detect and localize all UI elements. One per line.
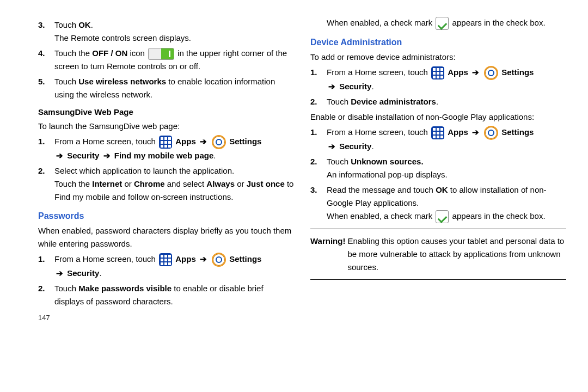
devadmin-steps: 1. From a Home screen, touch Apps ➔ Sett… — [310, 66, 566, 108]
passwords-intro: When enabled, password characters displa… — [38, 224, 294, 250]
arrow-icon: ➔ — [56, 268, 63, 278]
step-text: Touch Make passwords visible to enable o… — [54, 284, 264, 306]
settings-icon — [484, 66, 498, 80]
settings-icon — [212, 135, 226, 149]
step-sub: When enabled, a check mark appears in th… — [327, 211, 546, 220]
passwords-heading: Passwords — [38, 209, 294, 223]
check-note: When enabled, a check mark appears in th… — [310, 16, 566, 30]
arrow-icon: ➔ — [472, 127, 479, 137]
arrow-icon: ➔ — [200, 137, 207, 146]
device-admin-heading: Device Administration — [310, 35, 566, 50]
arrow-icon: ➔ — [103, 151, 111, 160]
step-number: 3. — [38, 19, 45, 32]
list-item: 1. From a Home screen, touch Apps ➔ Sett… — [327, 66, 566, 93]
step-text: From a Home screen, touch Apps ➔ Setting… — [327, 127, 534, 151]
step-text: From a Home screen, touch Apps ➔ Setting… — [54, 254, 261, 278]
apps-icon — [431, 126, 444, 139]
arrow-icon: ➔ — [328, 82, 335, 91]
list-item: 3. Read the message and touch OK to allo… — [327, 183, 566, 223]
device-admin-intro: To add or remove device administrators: — [310, 51, 566, 64]
divider — [310, 229, 566, 229]
check-icon — [436, 210, 449, 223]
list-item: 1. From a Home screen, touch Apps ➔ Sett… — [54, 253, 294, 280]
apps-icon — [431, 66, 444, 79]
apps-icon — [159, 136, 172, 149]
arrow-icon: ➔ — [472, 68, 479, 77]
step-text: Touch the OFF / ON icon in the upper rig… — [54, 48, 287, 71]
step-number: 2. — [310, 155, 317, 168]
list-item: 2. Touch Unknown sources. An information… — [327, 155, 566, 181]
warning-label: Warning! — [310, 235, 345, 274]
step-text: Touch OK. — [54, 20, 93, 29]
step-number: 4. — [38, 47, 45, 60]
apps-icon — [159, 253, 172, 266]
list-item: 2. Touch Device administrators. — [327, 95, 566, 108]
toggle-icon — [148, 48, 174, 60]
list-item: 5. Touch Use wireless networks to enable… — [54, 75, 294, 101]
devadmin-steps-2: 1. From a Home screen, touch Apps ➔ Sett… — [310, 126, 566, 223]
top-steps-list: 3. Touch OK. The Remote controls screen … — [38, 19, 294, 101]
step-number: 1. — [310, 66, 317, 79]
step-sub: The Remote controls screen displays. — [54, 33, 191, 42]
step-text: Touch Use wireless networks to enable lo… — [54, 77, 275, 99]
page-number: 147 — [38, 313, 294, 324]
document-page: 3. Touch OK. The Remote controls screen … — [0, 0, 588, 329]
step-text: Touch Device administrators. — [327, 97, 438, 106]
step-number: 3. — [310, 183, 317, 197]
step-number: 2. — [38, 282, 45, 295]
step-text: From a Home screen, touch Apps ➔ Setting… — [54, 137, 261, 160]
step-number: 1. — [38, 253, 45, 266]
settings-icon — [212, 253, 226, 267]
settings-icon — [484, 126, 498, 140]
step-text: Select which application to launch the a… — [54, 166, 293, 201]
step-number: 1. — [38, 135, 45, 148]
check-icon — [436, 17, 449, 30]
step-text: Touch Unknown sources. — [327, 157, 424, 166]
list-item: 2. Select which application to launch th… — [54, 164, 294, 204]
warning-text: Enabling this option causes your tablet … — [347, 235, 566, 274]
step-sub: An informational pop-up displays. — [327, 170, 448, 179]
step-text: From a Home screen, touch Apps ➔ Setting… — [327, 68, 534, 91]
list-item: 1. From a Home screen, touch Apps ➔ Sett… — [54, 135, 294, 162]
divider — [310, 279, 566, 280]
samsungdive-steps: 1. From a Home screen, touch Apps ➔ Sett… — [38, 135, 294, 204]
list-item: 3. Touch OK. The Remote controls screen … — [54, 19, 294, 45]
samsungdive-intro: To launch the SamsungDive web page: — [38, 120, 294, 133]
arrow-icon: ➔ — [328, 142, 335, 151]
step-number: 2. — [310, 95, 317, 108]
list-item: 2. Touch Make passwords visible to enabl… — [54, 282, 294, 308]
warning-block: Warning! Enabling this option causes you… — [310, 235, 566, 274]
list-item: 4. Touch the OFF / ON icon in the upper … — [54, 47, 294, 73]
right-column: When enabled, a check mark appears in th… — [310, 16, 566, 323]
left-column: 3. Touch OK. The Remote controls screen … — [38, 16, 294, 323]
step-text: Read the message and touch OK to allow i… — [327, 185, 547, 207]
list-item: 1. From a Home screen, touch Apps ➔ Sett… — [327, 126, 566, 153]
step-number: 5. — [38, 75, 45, 88]
samsungdive-heading: SamsungDive Web Page — [38, 106, 294, 119]
arrow-icon: ➔ — [200, 254, 207, 264]
passwords-steps: 1. From a Home screen, touch Apps ➔ Sett… — [38, 253, 294, 308]
arrow-icon: ➔ — [56, 151, 63, 160]
step-number: 1. — [310, 126, 317, 139]
step-number: 2. — [38, 164, 45, 177]
devadmin-mid: Enable or disable installation of non-Go… — [310, 111, 566, 124]
